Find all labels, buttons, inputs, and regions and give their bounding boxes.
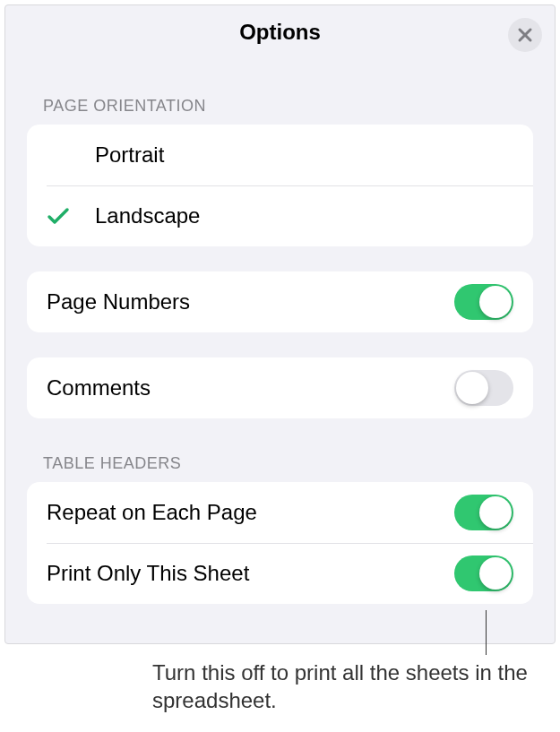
- panel-header: Options: [5, 5, 555, 59]
- orientation-option-portrait[interactable]: Portrait: [27, 125, 533, 185]
- section-header-table-headers: Table Headers: [5, 418, 555, 482]
- orientation-label-portrait: Portrait: [95, 142, 513, 168]
- page-numbers-group: Page Numbers: [27, 271, 533, 332]
- check-slot-landscape: [47, 206, 95, 226]
- options-panel: Options Page Orientation Portrait Landsc…: [4, 4, 556, 644]
- comments-group: Comments: [27, 357, 533, 418]
- page-numbers-toggle[interactable]: [454, 284, 513, 320]
- repeat-label: Repeat on Each Page: [47, 500, 454, 525]
- orientation-option-landscape[interactable]: Landscape: [27, 185, 533, 246]
- repeat-toggle[interactable]: [454, 495, 513, 530]
- print-only-row: Print Only This Sheet: [27, 543, 533, 604]
- repeat-row: Repeat on Each Page: [27, 482, 533, 543]
- callout-text: Turn this off to print all the sheets in…: [152, 659, 538, 714]
- close-button[interactable]: [508, 18, 542, 52]
- callout-leader-line: [486, 610, 487, 655]
- panel-title: Options: [239, 20, 321, 45]
- page-numbers-row: Page Numbers: [27, 271, 533, 332]
- comments-label: Comments: [47, 375, 454, 400]
- comments-toggle[interactable]: [454, 370, 513, 406]
- orientation-group: Portrait Landscape: [27, 125, 533, 246]
- checkmark-icon: [47, 206, 70, 226]
- orientation-label-landscape: Landscape: [95, 203, 513, 228]
- table-headers-group: Repeat on Each Page Print Only This Shee…: [27, 482, 533, 604]
- section-header-orientation: Page Orientation: [5, 59, 555, 125]
- close-icon: [517, 27, 533, 43]
- print-only-toggle[interactable]: [454, 555, 513, 591]
- page-numbers-label: Page Numbers: [47, 289, 454, 314]
- comments-row: Comments: [27, 357, 533, 418]
- print-only-label: Print Only This Sheet: [47, 561, 454, 586]
